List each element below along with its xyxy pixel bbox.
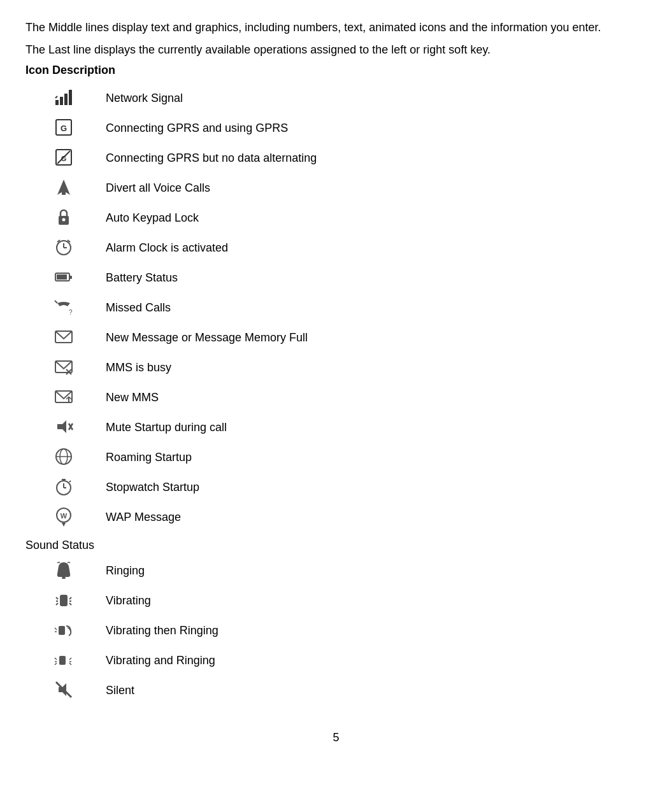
icon-row-network-signal: Network Signal (25, 83, 647, 113)
svg-rect-55 (59, 626, 65, 635)
svg-rect-2 (64, 94, 68, 105)
icon-table: Network Signal G Connecting GPRS and usi… (25, 83, 647, 532)
svg-line-4 (55, 96, 57, 98)
sound-row-vibrating-and-ringing: Vibrating and Ringing (25, 646, 647, 676)
svg-rect-21 (57, 274, 67, 280)
svg-line-64 (69, 663, 71, 665)
svg-text:?: ? (69, 309, 73, 316)
icon-connecting-gprs-using: G (25, 113, 102, 143)
icon-row-roaming-startup: Roaming Startup (25, 443, 647, 473)
icon-wap-message: W (25, 502, 102, 532)
icon-row-new-message: New Message or Message Memory Full (25, 323, 647, 353)
svg-line-49 (56, 597, 58, 599)
svg-line-59 (55, 658, 57, 660)
sound-status-table: Ringing Vibrating Vibrating then Ringing… (25, 556, 647, 706)
sound-row-vibrating-then-ringing: Vibrating then Ringing (25, 616, 647, 646)
svg-marker-45 (62, 523, 66, 527)
icon-vibrating-and-ringing (25, 646, 102, 676)
icon-vibrating-then-ringing (25, 616, 102, 646)
icon-mute-startup (25, 413, 102, 443)
icon-battery-status (25, 263, 102, 293)
icon-row-missed-calls: ? Missed Calls (25, 293, 647, 323)
label-missed-calls: Missed Calls (102, 293, 647, 323)
icon-row-connecting-gprs-using: G Connecting GPRS and using GPRS (25, 113, 647, 143)
icon-row-auto-keypad-lock: Auto Keypad Lock (25, 203, 647, 233)
label-vibrating-and-ringing: Vibrating and Ringing (102, 646, 647, 676)
icon-mms-busy (25, 353, 102, 383)
icon-row-battery-status: Battery Status (25, 263, 647, 293)
sound-row-ringing: Ringing (25, 556, 647, 586)
label-alarm-clock: Alarm Clock is activated (102, 233, 647, 263)
intro-line2: The Last line displays the currently ava… (25, 41, 647, 59)
label-silent: Silent (102, 676, 647, 706)
icon-row-new-mms: New MMS (25, 383, 647, 413)
svg-line-56 (55, 628, 57, 630)
svg-line-54 (69, 603, 71, 605)
icon-roaming-startup (25, 443, 102, 473)
label-mute-startup: Mute Startup during call (102, 413, 647, 443)
svg-rect-11 (62, 187, 66, 195)
page-number: 5 (25, 731, 647, 744)
sound-status-label: Sound Status (25, 539, 647, 552)
icon-new-message (25, 323, 102, 353)
svg-rect-20 (69, 276, 72, 279)
icon-new-mms (25, 383, 102, 413)
svg-line-43 (69, 481, 71, 482)
icon-row-mute-startup: Mute Startup during call (25, 413, 647, 443)
icon-divert-voice-calls (25, 173, 102, 203)
svg-rect-58 (59, 656, 66, 665)
icon-row-divert-voice-calls: Divert all Voice Calls (25, 173, 647, 203)
sound-row-silent: Silent (25, 676, 647, 706)
svg-text:W: W (61, 512, 68, 520)
icon-vibrating (25, 586, 102, 616)
icon-connecting-gprs-no-data: G (25, 143, 102, 173)
label-divert-voice-calls: Divert all Voice Calls (102, 173, 647, 203)
label-network-signal: Network Signal (102, 83, 647, 113)
svg-line-62 (69, 658, 71, 660)
icon-silent (25, 676, 102, 706)
label-connecting-gprs-no-data: Connecting GPRS but no data alternating (102, 143, 647, 173)
label-mms-busy: MMS is busy (102, 353, 647, 383)
icon-row-mms-busy: MMS is busy (25, 353, 647, 383)
svg-rect-47 (62, 577, 66, 579)
svg-line-51 (56, 603, 58, 605)
icon-row-wap-message: W WAP Message (25, 502, 647, 532)
svg-line-52 (69, 597, 71, 599)
label-connecting-gprs-using: Connecting GPRS and using GPRS (102, 113, 647, 143)
svg-rect-0 (55, 100, 59, 105)
icon-auto-keypad-lock (25, 203, 102, 233)
label-stopwatch-startup: Stopwatch Startup (102, 473, 647, 502)
icon-missed-calls: ? (25, 293, 102, 323)
svg-text:G: G (61, 124, 67, 133)
icon-description-header: Icon Description (25, 64, 647, 77)
icon-stopwatch-startup (25, 473, 102, 502)
svg-rect-3 (69, 90, 72, 105)
label-new-mms: New MMS (102, 383, 647, 413)
label-roaming-startup: Roaming Startup (102, 443, 647, 473)
svg-point-13 (62, 218, 66, 222)
label-wap-message: WAP Message (102, 502, 647, 532)
icon-row-connecting-gprs-no-data: G Connecting GPRS but no data alternatin… (25, 143, 647, 173)
label-new-message: New Message or Message Memory Full (102, 323, 647, 353)
intro-line1: The Middle lines display text and graphi… (25, 19, 647, 36)
label-ringing: Ringing (102, 556, 647, 586)
icon-ringing (25, 556, 102, 586)
icon-network-signal (25, 83, 102, 113)
label-vibrating: Vibrating (102, 586, 647, 616)
svg-rect-1 (60, 97, 63, 105)
icon-row-stopwatch-startup: Stopwatch Startup (25, 473, 647, 502)
svg-line-22 (55, 301, 57, 303)
svg-line-61 (55, 663, 57, 665)
sound-row-vibrating: Vibrating (25, 586, 647, 616)
svg-rect-48 (60, 595, 68, 606)
icon-alarm-clock (25, 233, 102, 263)
label-auto-keypad-lock: Auto Keypad Lock (102, 203, 647, 233)
icon-row-alarm-clock: Alarm Clock is activated (25, 233, 647, 263)
label-battery-status: Battery Status (102, 263, 647, 293)
svg-marker-32 (57, 420, 66, 433)
label-vibrating-then-ringing: Vibrating then Ringing (102, 616, 647, 646)
